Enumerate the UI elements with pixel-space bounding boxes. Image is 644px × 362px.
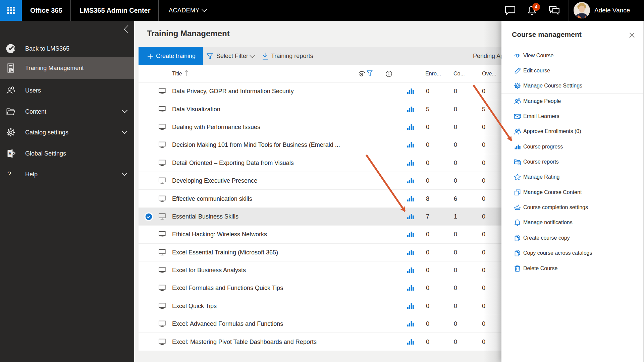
svg-text:A: A — [8, 152, 11, 156]
